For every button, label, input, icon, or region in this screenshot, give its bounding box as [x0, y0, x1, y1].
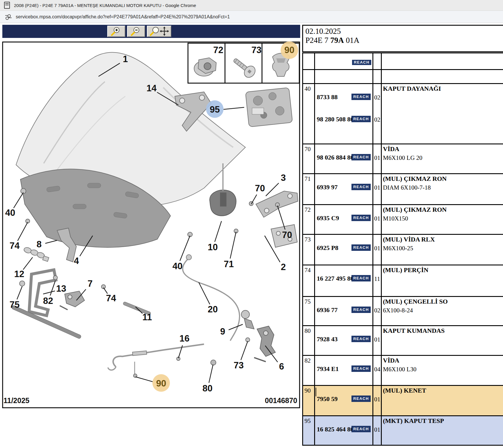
- parts-table: 02.10.2025 P24E 7 79A 01A REACH 40 8733 …: [302, 0, 503, 448]
- callout-label[interactable]: 73: [252, 45, 261, 55]
- quantity: 01: [374, 426, 380, 433]
- reach-badge[interactable]: REACH: [351, 154, 371, 160]
- callout-label[interactable]: 8: [36, 239, 41, 249]
- reach-badge[interactable]: REACH: [351, 244, 371, 251]
- qty-cell: 01: [373, 205, 382, 234]
- desc-cell: (MUL) ÇIKMAZ RON M10X150: [382, 205, 503, 234]
- part-cell[interactable]: 8733 88REACH98 280 508 80REACH: [315, 84, 373, 144]
- part-number: 6936 77: [317, 306, 338, 314]
- part-number: 7950 59: [317, 395, 338, 402]
- callout-label[interactable]: 70: [282, 230, 292, 240]
- callout-label[interactable]: 10: [208, 242, 218, 252]
- part-cell[interactable]: 7950 59REACH: [315, 386, 373, 415]
- catalog-reference: P24E 7 79A 01A: [305, 36, 503, 45]
- table-row[interactable]: 71 6939 97REACH 01 (MUL) ÇIKMAZ RON DIAM…: [302, 174, 503, 205]
- table-row[interactable]: 90 7950 59REACH 01 (MUL) KENET: [302, 386, 503, 416]
- callout-label[interactable]: 72: [213, 45, 223, 55]
- part-cell[interactable]: 6936 77REACH: [315, 297, 373, 325]
- part-line: 6935 C9REACH: [317, 214, 371, 222]
- callout-label[interactable]: 16: [180, 333, 189, 344]
- mount-95-part: [245, 88, 293, 127]
- qty-cell: 01: [373, 386, 382, 415]
- reach-badge[interactable]: REACH: [351, 275, 371, 281]
- reach-badge[interactable]: REACH: [351, 184, 371, 190]
- callout-label[interactable]: 12: [14, 269, 24, 279]
- part-cell[interactable]: 7928 43REACH: [315, 326, 373, 355]
- table-row[interactable]: 73 6925 P8REACH 01 (MUL) VİDA RLX M6X100…: [302, 235, 503, 265]
- callout-label[interactable]: 82: [43, 296, 53, 306]
- part-cell[interactable]: 6935 C9REACH: [315, 205, 373, 234]
- table-row[interactable]: 70 98 026 884 80REACH 01 VİDA M6X100 LG …: [302, 144, 503, 174]
- part-line: 16 227 495 80REACH: [317, 275, 371, 282]
- callout-label[interactable]: 7: [87, 279, 92, 289]
- part-description: (MUL) ÇIKMAZ RON: [383, 175, 503, 183]
- reach-badge[interactable]: REACH: [351, 307, 371, 313]
- quantity: 02: [374, 307, 380, 314]
- part-number: 16 227 495 80: [317, 275, 354, 282]
- part-spec: 6X100-8-24: [383, 307, 413, 314]
- table-row[interactable]: 95 16 825 464 80REACH 01 (MKT) KAPUT TES…: [302, 416, 503, 446]
- diagram-date: 11/2025: [3, 396, 29, 405]
- row-index: 90: [303, 386, 315, 415]
- callout-label[interactable]: 73: [234, 360, 244, 370]
- part-cell[interactable]: 6939 97REACH: [315, 174, 373, 204]
- table-row[interactable]: 74 16 227 495 80REACH 11 (MUL) PERÇİN: [302, 265, 503, 297]
- part-description: VİDA: [383, 357, 503, 364]
- callout-label[interactable]: 6: [279, 361, 284, 372]
- part-cell[interactable]: 7934 E1REACH: [315, 356, 373, 385]
- reach-badge[interactable]: REACH: [351, 116, 371, 122]
- empty-header-row: [302, 70, 503, 84]
- part-description: (MKT) KAPUT TESP: [383, 417, 503, 425]
- part-cell[interactable]: 6925 P8REACH: [315, 235, 373, 265]
- part-cell[interactable]: 16 227 495 80REACH: [315, 265, 373, 296]
- part-number: 6939 97: [317, 183, 338, 191]
- callout-label[interactable]: 95: [210, 104, 220, 115]
- reach-badge[interactable]: REACH: [351, 94, 371, 100]
- callout-label[interactable]: 90: [156, 378, 166, 388]
- part-spec: M6X100 LG 20: [383, 154, 422, 162]
- callout-label[interactable]: 90: [284, 45, 294, 55]
- callout-label[interactable]: 20: [208, 304, 218, 314]
- callout-label[interactable]: 70: [255, 183, 265, 193]
- reach-badge[interactable]: REACH: [351, 396, 371, 402]
- part-number: 6925 P8: [317, 244, 338, 251]
- callout-label[interactable]: 1: [123, 54, 128, 64]
- callout-label[interactable]: 75: [10, 300, 20, 310]
- quantity: 02: [374, 94, 380, 101]
- callout-label[interactable]: 80: [203, 383, 212, 393]
- callout-label[interactable]: 74: [106, 293, 116, 303]
- callout-label[interactable]: 14: [147, 83, 157, 93]
- desc-cell: KAPUT DAYANAĞI: [382, 84, 503, 144]
- reach-badge[interactable]: REACH: [351, 426, 371, 432]
- part-cell[interactable]: 16 825 464 80REACH: [315, 416, 373, 445]
- part-cell[interactable]: 98 026 884 80REACH: [315, 144, 373, 173]
- desc-cell: (MUL) KENET: [382, 386, 503, 415]
- callout-label[interactable]: 3: [281, 173, 286, 183]
- callout-label[interactable]: 13: [56, 284, 66, 294]
- table-row[interactable]: 40 8733 88REACH98 280 508 80REACH 0202 K…: [302, 84, 503, 144]
- reach-badge[interactable]: REACH: [351, 336, 371, 342]
- part-number: 7928 43: [317, 335, 338, 343]
- qty-cell: 11: [373, 265, 382, 296]
- callout-label[interactable]: 71: [224, 259, 234, 269]
- table-row[interactable]: 80 7928 43REACH 01 KAPUT KUMANDAS: [302, 326, 503, 356]
- callout-label[interactable]: 4: [74, 256, 79, 266]
- table-row[interactable]: 75 6936 77REACH 02 (MUL) ÇENGELLİ SO 6X1…: [302, 297, 503, 326]
- callout-label[interactable]: 40: [5, 208, 15, 218]
- exploded-parts-diagram: 7273901149537070210407140748412137747582…: [0, 0, 302, 414]
- screw-82-part: [53, 276, 57, 280]
- part-number: 8733 88: [317, 93, 338, 101]
- table-row[interactable]: 82 7934 E1REACH 04 VİDA M6X100 L30: [302, 356, 503, 386]
- callout-label[interactable]: 74: [10, 241, 20, 251]
- callout-label[interactable]: 11: [143, 312, 152, 322]
- reach-badge-fragment[interactable]: REACH: [352, 60, 371, 65]
- callout-label[interactable]: 2: [281, 262, 286, 272]
- table-row[interactable]: 72 6935 C9REACH 01 (MUL) ÇIKMAZ RON M10X…: [302, 205, 503, 235]
- callout-label[interactable]: 40: [173, 261, 182, 271]
- callout-label[interactable]: 9: [220, 326, 225, 337]
- reach-badge[interactable]: REACH: [351, 365, 371, 372]
- reach-badge[interactable]: REACH: [351, 215, 371, 221]
- part-line: 8733 88REACH: [317, 93, 371, 101]
- washer-75-part: [20, 281, 25, 286]
- qty-cell: 04: [373, 356, 382, 385]
